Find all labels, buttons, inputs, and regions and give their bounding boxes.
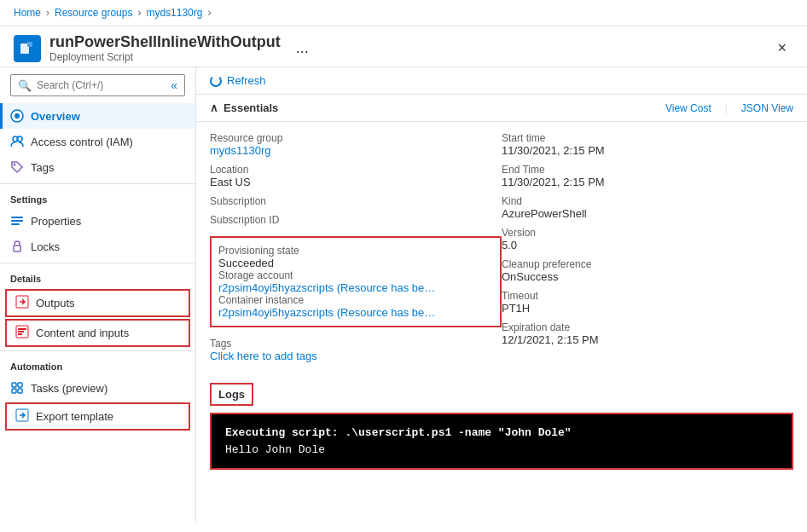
field-end-time: End Time 11/30/2021, 2:15 PM — [502, 164, 793, 188]
svg-rect-11 — [14, 246, 20, 252]
iam-icon — [10, 135, 24, 148]
essentials-header: ∧ Essentials View Cost | JSON View — [196, 95, 807, 122]
refresh-label: Refresh — [227, 74, 266, 87]
refresh-button[interactable]: Refresh — [210, 74, 266, 87]
page-subtitle: Deployment Script — [49, 51, 281, 63]
sidebar-item-tags[interactable]: Tags — [0, 154, 195, 180]
sidebar-item-label-tags: Tags — [31, 161, 54, 174]
subscription-id-label: Subscription ID — [210, 214, 502, 226]
page-title: runPowerShellInlineWithOutput — [49, 33, 281, 51]
logs-line2: Hello John Dole — [225, 442, 778, 459]
sidebar-item-content-inputs[interactable]: Content and inputs — [5, 319, 190, 347]
sidebar-item-label-export: Export template — [36, 410, 113, 423]
overview-icon — [10, 109, 24, 123]
search-input[interactable] — [37, 79, 162, 91]
location-label: Location — [210, 164, 502, 176]
field-kind: Kind AzurePowerShell — [502, 195, 793, 220]
collapse-sidebar-button[interactable]: « — [171, 78, 177, 92]
breadcrumb: Home › Resource groups › myds1130rg › — [14, 7, 211, 19]
svg-point-4 — [15, 113, 20, 119]
logs-content: Executing script: .\userscript.ps1 -name… — [210, 413, 793, 470]
sidebar-item-outputs[interactable]: Outputs — [5, 289, 190, 317]
sidebar-item-locks[interactable]: Locks — [0, 234, 195, 259]
search-box-container: 🔍 « — [0, 67, 195, 103]
field-container-instance: Container instance r2psim4oyi5hyazscript… — [218, 294, 493, 319]
breadcrumb-resource-groups[interactable]: Resource groups — [55, 7, 132, 19]
main-layout: 🔍 « Overview Access control (IAM) Tags — [0, 67, 807, 523]
sidebar: 🔍 « Overview Access control (IAM) Tags — [0, 67, 196, 523]
automation-section-label: Automation — [0, 355, 195, 375]
field-expiration-date: Expiration date 12/1/2021, 2:15 PM — [502, 321, 793, 346]
container-instance-label: Container instance — [218, 294, 493, 306]
close-button[interactable]: × — [770, 36, 793, 61]
field-location: Location East US — [210, 164, 502, 188]
start-time-label: Start time — [502, 132, 793, 144]
breadcrumb-bar: Home › Resource groups › myds1130rg › — [0, 0, 807, 26]
field-subscription: Subscription — [210, 195, 502, 207]
container-instance-value[interactable]: r2psim4oyi5hyazscripts (Resource has bee… — [218, 306, 440, 319]
sidebar-item-iam[interactable]: Access control (IAM) — [0, 129, 195, 154]
cleanup-preference-value: OnSuccess — [502, 270, 793, 283]
kind-label: Kind — [502, 195, 793, 207]
logs-line1: Executing script: .\userscript.ps1 -name… — [225, 425, 778, 442]
boxed-section: Provisioning state Succeeded Storage acc… — [210, 236, 502, 327]
cleanup-preference-label: Cleanup preference — [502, 258, 793, 270]
svg-point-7 — [14, 164, 16, 166]
sidebar-item-label-content-inputs: Content and inputs — [36, 327, 129, 339]
sidebar-item-tasks[interactable]: Tasks (preview) — [0, 375, 195, 401]
sidebar-item-label-outputs: Outputs — [36, 297, 75, 309]
sidebar-item-properties[interactable]: Properties — [0, 208, 195, 234]
field-provisioning-state: Provisioning state Succeeded — [218, 245, 493, 269]
logs-section: Logs Executing script: .\userscript.ps1 … — [210, 383, 793, 470]
field-timeout: Timeout PT1H — [502, 290, 793, 315]
svg-rect-14 — [18, 328, 26, 330]
subscription-label: Subscription — [210, 195, 502, 207]
tags-action[interactable]: Click here to add tags — [210, 350, 502, 362]
deployment-script-icon — [14, 35, 41, 62]
content-area: Refresh ∧ Essentials View Cost | JSON Vi… — [196, 67, 807, 523]
field-subscription-id: Subscription ID — [210, 214, 502, 226]
sidebar-item-label-overview: Overview — [31, 110, 80, 123]
expiration-date-label: Expiration date — [502, 321, 793, 333]
tags-label: Tags — [210, 338, 502, 350]
svg-rect-9 — [11, 220, 23, 222]
breadcrumb-home[interactable]: Home — [14, 7, 41, 19]
sidebar-item-label-iam: Access control (IAM) — [31, 136, 133, 148]
tags-icon — [10, 160, 24, 174]
sidebar-item-label-locks: Locks — [31, 240, 60, 253]
essentials-grid: Resource group myds1130rg Location East … — [196, 122, 807, 373]
sidebar-item-overview[interactable]: Overview — [0, 103, 195, 129]
svg-rect-10 — [11, 223, 20, 225]
sidebar-item-export[interactable]: Export template — [5, 402, 190, 431]
end-time-value: 11/30/2021, 2:15 PM — [502, 176, 793, 188]
field-version: Version 5.0 — [502, 227, 793, 252]
timeout-label: Timeout — [502, 290, 793, 302]
breadcrumb-myds[interactable]: myds1130rg — [146, 7, 202, 19]
provisioning-state-value: Succeeded — [218, 257, 493, 269]
sidebar-item-label-tasks: Tasks (preview) — [31, 382, 107, 395]
field-storage-account: Storage account r2psim4oyi5hyazscripts (… — [218, 269, 493, 294]
storage-account-value[interactable]: r2psim4oyi5hyazscripts (Resource has bee… — [218, 281, 440, 294]
essentials-actions: View Cost | JSON View — [665, 102, 793, 114]
locks-icon — [10, 240, 24, 253]
outputs-icon — [15, 295, 29, 311]
svg-rect-8 — [11, 217, 23, 218]
version-label: Version — [502, 227, 793, 239]
svg-rect-15 — [18, 331, 24, 332]
json-view-link[interactable]: JSON View — [741, 102, 793, 114]
sidebar-item-label-properties: Properties — [31, 215, 81, 228]
field-resource-group: Resource group myds1130rg — [210, 132, 502, 157]
svg-rect-17 — [12, 383, 16, 387]
kind-value: AzurePowerShell — [502, 207, 793, 220]
properties-icon — [10, 214, 24, 228]
page-header: runPowerShellInlineWithOutput Deployment… — [0, 26, 807, 67]
resource-group-value[interactable]: myds1130rg — [210, 144, 502, 157]
view-cost-link[interactable]: View Cost — [665, 102, 711, 114]
essentials-title-text: Essentials — [224, 101, 278, 114]
more-options-button[interactable]: ... — [289, 36, 316, 61]
essentials-collapse-icon[interactable]: ∧ — [210, 101, 218, 114]
field-tags: Tags Click here to add tags — [210, 338, 502, 362]
essentials-right-col: Start time 11/30/2021, 2:15 PM End Time … — [502, 132, 793, 362]
svg-rect-16 — [18, 333, 22, 335]
svg-rect-18 — [18, 383, 22, 387]
